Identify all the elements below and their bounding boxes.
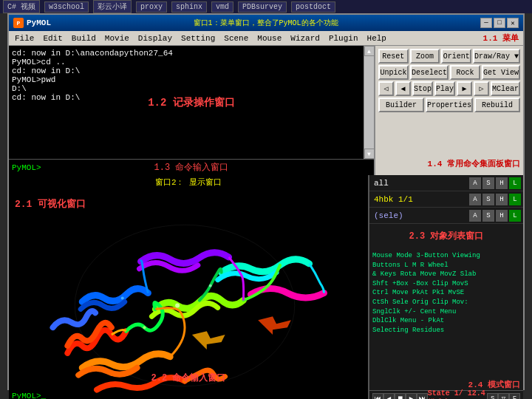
toolbar-down[interactable]: ▽ — [498, 393, 509, 400]
svg-point-4 — [175, 303, 180, 307]
bottom-toolbar: ⏮ ◀ ⏹ ▶ ⏭ State 1/ 12.4 模式窗口 S ▽ F — [369, 390, 523, 399]
unpick-button[interactable]: Unpick — [378, 65, 409, 80]
menu-edit[interactable]: Edit — [38, 33, 66, 44]
taskbar-item-caiyun[interactable]: 彩云小译 — [93, 0, 132, 13]
mouse-mode-line5: CtSh Sele Orig Clip Mov: — [372, 298, 520, 307]
menu-section-label: 1.1 菜单 — [483, 33, 519, 44]
ctrl-row-4: Builder Properties Rebuild — [378, 98, 520, 112]
title-bar: P PyMOL 窗口1：菜单窗口，整合了PyMOL的各个功能 ─ □ ✕ — [9, 15, 523, 31]
rebuild-button[interactable]: Rebuild — [474, 98, 520, 112]
toolbar-back[interactable]: ◀ — [383, 393, 395, 400]
viz-left-label: 2.1 可视化窗口 — [15, 197, 86, 211]
mouse-mode-line8: Selecting Residues — [372, 326, 520, 335]
obj-btn-4hbk-l[interactable]: L — [509, 194, 521, 205]
reset-button[interactable]: Reset — [378, 49, 409, 64]
object-panel-label: 2.3 对象列表窗口 — [369, 224, 523, 248]
menu-bar: File Edit Build Movie Display Setting Sc… — [9, 31, 523, 46]
obj-btn-sele-s[interactable]: S — [482, 210, 494, 222]
mouse-mode-label: 2.4 模式窗口 — [369, 379, 523, 390]
title-bar-left: P PyMOL — [13, 18, 51, 28]
play-button[interactable]: Play — [434, 81, 455, 96]
obj-btn-4hbk-a[interactable]: A — [469, 194, 481, 205]
zoom-button[interactable]: Zoom — [410, 49, 440, 64]
builder-button[interactable]: Builder — [378, 98, 424, 112]
obj-btn-all-l[interactable]: L — [509, 177, 521, 189]
scroll-down-arrow[interactable]: ▼ — [364, 149, 375, 159]
menu-mouse[interactable]: Mouse — [253, 33, 286, 44]
step-forward-button[interactable]: ▶ — [457, 81, 472, 96]
toolbar-f[interactable]: F — [509, 393, 520, 400]
taskbar-item-vmd[interactable]: vmd — [211, 1, 233, 13]
toolbar-s[interactable]: S — [487, 393, 498, 400]
mclear-button[interactable]: MClear — [491, 81, 520, 96]
protein-structure — [9, 190, 368, 399]
orient-button[interactable]: Orient — [441, 49, 471, 64]
toolbar-rewind[interactable]: ⏮ — [372, 393, 383, 400]
object-row-all: all A S H L — [369, 175, 523, 191]
console-output: cd: now in D:\anacondapython27_64 PyMOL>… — [9, 46, 374, 159]
menu-setting[interactable]: Setting — [177, 33, 219, 44]
taskbar-item-proxy[interactable]: proxy — [136, 1, 167, 13]
ctrl-row-3: ◁ ◀ Stop Play ▶ ▷ MClear — [378, 81, 520, 96]
toolbar-stop[interactable]: ⏹ — [395, 393, 406, 400]
obj-btn-all-h[interactable]: H — [496, 177, 508, 189]
menu-movie[interactable]: Movie — [100, 33, 134, 44]
console-area: cd: now in D:\anacondapython27_64 PyMOL>… — [9, 46, 375, 175]
console-prompt: PyMOL> — [12, 163, 41, 172]
menu-scene[interactable]: Scene — [219, 33, 253, 44]
console-line-2: cd: now in D:\ — [12, 66, 371, 75]
obj-btn-4hbk-h[interactable]: H — [496, 194, 508, 205]
taskbar-item-pdbsurvey[interactable]: PDBsurvey — [238, 1, 287, 13]
minimize-button[interactable]: ─ — [480, 18, 492, 28]
taskbar-item-csharp[interactable]: C# 视频 — [3, 0, 40, 13]
toolbar-play[interactable]: ▶ — [406, 393, 417, 400]
viz-prompt: PyMOL>_ — [12, 392, 46, 399]
menu-build[interactable]: Build — [67, 33, 100, 44]
step-back-button[interactable]: ◀ — [395, 81, 411, 96]
menu-plugin[interactable]: Plugin — [324, 33, 363, 44]
mouse-mode-line4: Ctrl Move PkAt Pk1 MvSE — [372, 288, 520, 298]
properties-button[interactable]: Properties — [426, 98, 473, 112]
obj-btn-4hbk-s[interactable]: S — [482, 194, 494, 205]
rock-button[interactable]: Rock — [450, 65, 480, 80]
viz-bottom-label: 2.2 命令输入窗口 — [151, 372, 226, 384]
maximize-button[interactable]: □ — [494, 18, 505, 28]
console-input-label: 1.3 命令输入窗口 — [154, 161, 229, 174]
fast-forward-button[interactable]: ▷ — [474, 81, 489, 96]
rewind-start-button[interactable]: ◁ — [378, 81, 394, 96]
menu-display[interactable]: Display — [134, 33, 177, 44]
ctrl-row-2: Unpick Deselect Rock Get View — [378, 65, 520, 80]
console-input-bar[interactable]: PyMOL> 1.3 命令输入窗口 — [9, 159, 374, 175]
taskbar-item-sphinx[interactable]: sphinx — [171, 1, 207, 13]
menu-help[interactable]: Help — [363, 33, 391, 44]
obj-btn-sele-h[interactable]: H — [496, 210, 508, 222]
object-panel: all A S H L 4hbk 1/1 A S H L (sele) — [368, 175, 523, 399]
mouse-mode-line2: & Keys Rota Move MovZ Slab — [372, 270, 520, 279]
taskbar-item-postdoct[interactable]: postdoct — [291, 1, 335, 13]
console-line-3: PyMOL>pwd — [12, 75, 371, 84]
obj-btn-all-s[interactable]: S — [482, 177, 494, 189]
menu-file[interactable]: File — [10, 33, 38, 44]
console-scrollbar[interactable]: ▲ ▼ — [364, 46, 374, 159]
toolbar-forward[interactable]: ⏭ — [417, 393, 428, 400]
obj-btn-all-a[interactable]: A — [469, 177, 481, 189]
taskbar-item-w3school[interactable]: w3school — [44, 1, 89, 13]
svg-point-7 — [121, 297, 124, 300]
pymol-icon: P — [13, 18, 24, 28]
menu-wizard[interactable]: Wizard — [286, 33, 324, 44]
getview-button[interactable]: Get View — [482, 65, 520, 80]
deselect-button[interactable]: Deselect — [410, 65, 449, 80]
obj-btn-sele-l[interactable]: L — [509, 210, 521, 222]
bottom-section: 窗口2： 显示窗口 2.1 可视化窗口 — [9, 175, 523, 399]
drawray-button[interactable]: Draw/Ray ▼ — [473, 49, 520, 64]
scroll-up-arrow[interactable]: ▲ — [364, 46, 375, 56]
visualization-window[interactable]: 窗口2： 显示窗口 2.1 可视化窗口 — [9, 175, 368, 399]
window-controls: ─ □ ✕ — [480, 18, 519, 28]
console-line-1: PyMOL>cd .. — [12, 58, 371, 66]
close-button[interactable]: ✕ — [507, 18, 519, 28]
obj-btn-sele-a[interactable]: A — [469, 210, 481, 222]
object-list: all A S H L 4hbk 1/1 A S H L (sele) — [369, 175, 523, 224]
control-panel: Reset Zoom Orient Draw/Ray ▼ Unpick Dese… — [375, 46, 523, 175]
obj-name-all: all — [371, 179, 468, 188]
stop-button[interactable]: Stop — [412, 81, 433, 96]
